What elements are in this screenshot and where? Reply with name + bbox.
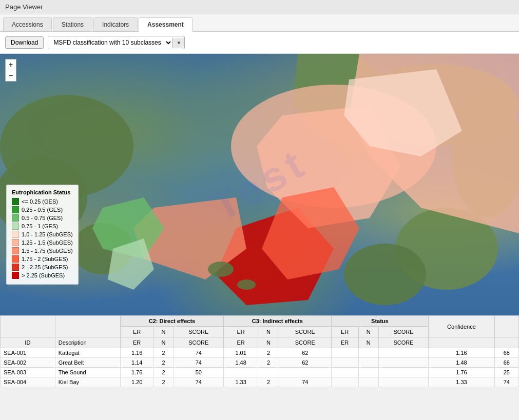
legend-label-0: <= 0.25 (GES) [22, 198, 58, 205]
legend-color-8 [12, 264, 19, 271]
legend-label-5: 1.25 - 1.5 (SubGES) [22, 239, 73, 246]
col-group-c3: Status [331, 316, 429, 327]
sub-desc-header: Description [55, 337, 120, 348]
table-cell: 2 [258, 348, 279, 358]
table-cell: 2 [258, 377, 279, 387]
table-cell: 2 [153, 377, 174, 387]
tab-stations[interactable]: Stations [53, 17, 92, 31]
sub-c2-score: SCORE [279, 337, 331, 348]
table-cell [331, 358, 358, 368]
sub-confidence [494, 337, 518, 348]
table-row: SEA-002Great Belt1.142741.482621.4868 [1, 358, 519, 368]
sub-c3-score: SCORE [378, 337, 429, 348]
sub-c1-n: N [153, 337, 174, 348]
svg-point-18 [237, 279, 256, 290]
legend-color-5 [12, 239, 19, 246]
legend-color-4 [12, 231, 19, 238]
legend-color-3 [12, 223, 19, 230]
table-cell [224, 368, 258, 377]
sub-c2-n: N [258, 337, 279, 348]
col-group-c1: C2: Direct effects [120, 316, 223, 327]
table-row: SEA-003The Sound1.762501.7625 [1, 368, 519, 377]
map-legend: Eutrophication Status <= 0.25 (GES) 0.25… [6, 185, 79, 285]
sub-id-header: ID [1, 337, 55, 348]
tab-accessions[interactable]: Accessions [3, 17, 52, 31]
svg-point-6 [344, 244, 426, 305]
sub-c2-er: ER [224, 337, 258, 348]
zoom-in-button[interactable]: + [5, 59, 16, 70]
table-cell: 1.76 [429, 368, 494, 377]
table-cell: SEA-001 [1, 348, 55, 358]
zoom-out-button[interactable]: − [5, 70, 16, 82]
table-cell: SEA-002 [1, 358, 55, 368]
tab-indicators[interactable]: Indicators [93, 17, 138, 31]
table-cell [378, 377, 429, 387]
legend-item-9: > 2.25 (SubGES) [12, 272, 73, 279]
tab-bar: Accessions Stations Indicators Assessmen… [0, 14, 519, 32]
table-cell [378, 368, 429, 377]
legend-item-8: 2 - 2.25 (SubGES) [12, 264, 73, 271]
legend-label-9: > 2.25 (SubGES) [22, 272, 65, 278]
legend-title: Eutrophication Status [12, 189, 73, 195]
table-cell: Great Belt [55, 358, 120, 368]
c1-score-header: SCORE [174, 327, 224, 337]
table-cell: 1.01 [224, 348, 258, 358]
table-cell: 25 [494, 368, 518, 377]
legend-color-9 [12, 272, 19, 279]
c3-er-header: ER [331, 327, 358, 337]
col-group-c2: C3: Indirect effects [224, 316, 332, 327]
svg-point-17 [208, 262, 234, 277]
table-cell: Kattegat [55, 348, 120, 358]
table-cell: 1.16 [120, 348, 153, 358]
c2-er-header: ER [224, 327, 258, 337]
table-cell: 2 [153, 348, 174, 358]
table-row: SEA-001Kattegat1.162741.012621.1668 [1, 348, 519, 358]
table-cell: 74 [174, 348, 224, 358]
legend-color-2 [12, 214, 19, 222]
table-cell: 1.14 [120, 358, 153, 368]
tab-assessment[interactable]: Assessment [139, 17, 193, 32]
col-header-confidence [494, 316, 518, 337]
legend-item-5: 1.25 - 1.5 (SubGES) [12, 239, 73, 246]
legend-item-2: 0.5 - 0.75 (GES) [12, 214, 73, 222]
assessment-table: C2: Direct effects C3: Indirect effects … [0, 315, 519, 387]
table-cell [279, 368, 331, 377]
table-cell: 1.20 [120, 377, 153, 387]
legend-label-3: 0.75 - 1 (GES) [22, 223, 58, 229]
map-container[interactable]: Test + − Eutrophication Status <= 0.25 (… [0, 54, 519, 315]
table-cell: 2 [153, 368, 174, 377]
table-cell [331, 377, 358, 387]
table-cell [358, 368, 378, 377]
dropdown-arrow-icon: ▼ [172, 38, 184, 48]
legend-label-6: 1.5 - 1.75 (SubGES) [22, 248, 73, 254]
c2-n-header: N [258, 327, 279, 337]
legend-item-6: 1.5 - 1.75 (SubGES) [12, 247, 73, 254]
col-header-status: Confidence [429, 316, 494, 337]
table-cell [258, 368, 279, 377]
classification-dropdown[interactable]: MSFD classification with 10 subclassesMS… [48, 36, 185, 49]
table-cell: Kiel Bay [55, 377, 120, 387]
c3-n-header: N [358, 327, 378, 337]
table-cell: 62 [279, 358, 331, 368]
map-controls: + − [5, 59, 16, 82]
c1-n-header: N [153, 327, 174, 337]
table-cell [358, 348, 378, 358]
classification-select[interactable]: MSFD classification with 10 subclassesMS… [48, 36, 172, 49]
legend-item-7: 1.75 - 2 (SubGES) [12, 255, 73, 263]
download-button[interactable]: Download [5, 36, 44, 49]
legend-item-1: 0.25 - 0.5 (GES) [12, 206, 73, 213]
legend-item-4: 1.0 - 1.25 (SubGES) [12, 231, 73, 238]
sub-c1-er: ER [120, 337, 153, 348]
legend-item-3: 0.75 - 1 (GES) [12, 223, 73, 230]
legend-color-1 [12, 206, 19, 213]
table-cell: 50 [174, 368, 224, 377]
legend-color-6 [12, 247, 19, 254]
table-cell: 68 [494, 348, 518, 358]
table-cell: 2 [258, 358, 279, 368]
data-table-wrapper: C2: Direct effects C3: Indirect effects … [0, 315, 519, 387]
legend-label-4: 1.0 - 1.25 (SubGES) [22, 231, 73, 237]
table-cell: 74 [174, 377, 224, 387]
legend-label-8: 2 - 2.25 (SubGES) [22, 264, 68, 270]
table-cell [331, 368, 358, 377]
col-header-desc [55, 316, 120, 337]
